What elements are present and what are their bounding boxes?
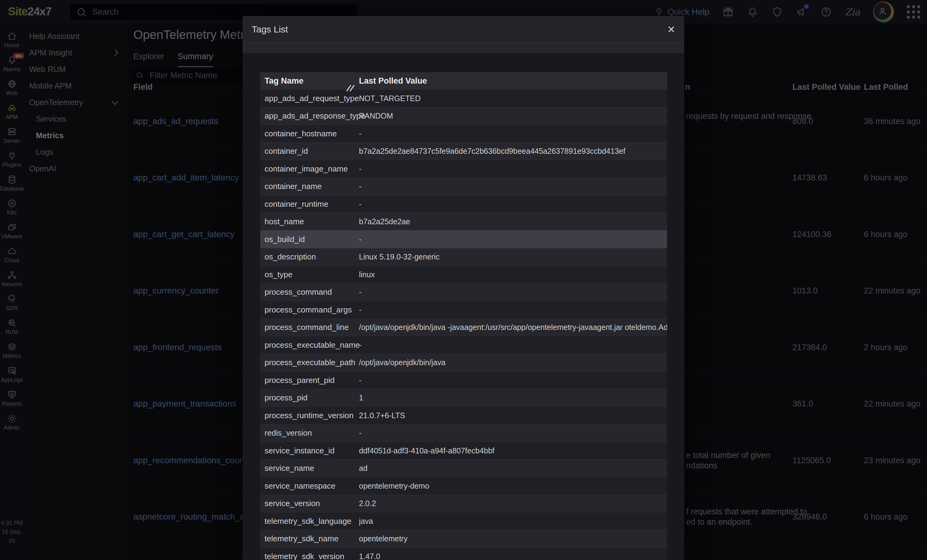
modal-toolbar-band <box>243 43 684 53</box>
tag-last-polled-value: - <box>359 429 667 437</box>
tag-row[interactable]: container_image_name - <box>260 160 667 178</box>
tag-row[interactable]: service_instance_id ddf4051d-adf3-410a-a… <box>260 442 667 460</box>
tag-row[interactable]: container_runtime - <box>260 195 667 213</box>
tag-row[interactable]: service_name ad <box>260 460 667 477</box>
tag-row[interactable]: process_executable_path /opt/java/openjd… <box>260 354 667 372</box>
tag-last-polled-value: /opt/java/openjdk/bin/java -javaagent:/u… <box>359 323 667 332</box>
tag-name: process_executable_name <box>260 340 359 350</box>
modal-header: Tags List × <box>243 16 684 43</box>
tag-last-polled-value: - <box>359 288 667 296</box>
tag-last-polled-value: b7a2a25de2ae84737c5fe9a6de7c2b636bcd9bee… <box>359 147 667 156</box>
tag-name: container_id <box>260 146 359 156</box>
tag-row[interactable]: os_description Linux 5.19.0-32-generic <box>260 248 667 266</box>
tag-row[interactable]: process_command_line /opt/java/openjdk/b… <box>260 319 667 336</box>
tag-row[interactable]: process_parent_pid - <box>260 371 667 389</box>
tag-last-polled-value: NOT_TARGETED <box>359 94 667 103</box>
tag-row[interactable]: process_command_args - <box>260 301 667 319</box>
tag-last-polled-value: 21.0.7+6-LTS <box>359 411 667 420</box>
tag-last-polled-value: opentelemetry <box>359 534 667 543</box>
tag-row[interactable]: telemetry_sdk_version 1.47.0 <box>260 548 667 560</box>
tag-name: app_ads_ad_request_type <box>260 94 359 103</box>
tag-name: process_command <box>260 287 359 297</box>
tag-row[interactable]: process_executable_name - <box>260 336 667 354</box>
col-last-polled-value[interactable]: Last Polled Value <box>359 76 667 86</box>
tag-last-polled-value: 1.47.0 <box>359 552 667 560</box>
tag-name: telemetry_sdk_version <box>260 552 359 560</box>
site24x7-app: Site24x7 Quick Help Zia <box>0 0 927 560</box>
tag-last-polled-value: - <box>359 164 667 173</box>
tag-last-polled-value: - <box>359 182 667 191</box>
tag-last-polled-value: 2.0.2 <box>359 499 667 508</box>
tag-name: process_executable_path <box>260 358 359 367</box>
tag-name: host_name <box>260 217 359 226</box>
tag-name: process_pid <box>260 393 359 402</box>
tag-name: os_build_id <box>260 235 359 244</box>
tags-table-header: Tag Name Last Polled Value <box>260 72 667 90</box>
tag-name: redis_version <box>260 428 359 438</box>
tags-list-modal: Tags List × Tag Name Last Polled Value a… <box>243 16 684 560</box>
tag-name: os_description <box>260 252 359 262</box>
tag-last-polled-value: - <box>359 376 667 385</box>
tag-name: process_parent_pid <box>260 376 359 385</box>
column-resize-cursor <box>345 84 355 93</box>
tag-name: os_type <box>260 270 359 279</box>
tag-last-polled-value: Linux 5.19.0-32-generic <box>359 252 667 261</box>
tag-name: service_instance_id <box>260 446 359 455</box>
tag-last-polled-value: linux <box>359 270 667 279</box>
tag-last-polled-value: /opt/java/openjdk/bin/java <box>359 358 667 367</box>
tag-row[interactable]: host_name b7a2a25de2ae <box>260 213 667 231</box>
tag-last-polled-value: RANDOM <box>359 111 667 120</box>
tag-row[interactable]: telemetry_sdk_language java <box>260 512 667 530</box>
tag-name: app_ads_ad_response_type <box>260 111 359 121</box>
tag-name: telemetry_sdk_language <box>260 516 359 526</box>
tag-last-polled-value: ddf4051d-adf3-410a-a94f-a807fecb4bbf <box>359 446 667 455</box>
tag-name: process_runtime_version <box>260 411 359 420</box>
tag-name: process_command_line <box>260 323 359 332</box>
tag-row[interactable]: process_command - <box>260 283 667 301</box>
tag-row[interactable]: os_type linux <box>260 266 667 283</box>
tag-name: telemetry_sdk_name <box>260 534 359 543</box>
tag-last-polled-value: 1 <box>359 393 667 402</box>
close-icon[interactable]: × <box>667 23 675 36</box>
tag-name: container_runtime <box>260 199 359 209</box>
tag-row[interactable]: process_runtime_version 21.0.7+6-LTS <box>260 407 667 424</box>
tag-last-polled-value: java <box>359 517 667 526</box>
tag-row[interactable]: container_id b7a2a25de2ae84737c5fe9a6de7… <box>260 143 667 160</box>
tag-name: service_name <box>260 463 359 473</box>
tag-name: container_hostname <box>260 129 359 138</box>
tag-row[interactable]: container_name - <box>260 178 667 196</box>
tag-name: process_command_args <box>260 305 359 315</box>
tag-row[interactable]: telemetry_sdk_name opentelemetry <box>260 530 667 548</box>
tag-name: container_name <box>260 182 359 191</box>
tag-last-polled-value: - <box>359 235 667 244</box>
tag-last-polled-value: ad <box>359 464 667 473</box>
tag-row[interactable]: os_build_id - <box>260 231 667 248</box>
tag-row[interactable]: service_namespace opentelemetry-demo <box>260 477 667 495</box>
col-tag-name[interactable]: Tag Name <box>260 76 359 86</box>
tag-last-polled-value: - <box>359 305 667 314</box>
tag-row[interactable]: app_ads_ad_request_type NOT_TARGETED <box>260 90 667 107</box>
tag-last-polled-value: - <box>359 341 667 349</box>
tags-table-body: app_ads_ad_request_type NOT_TARGETED app… <box>260 90 667 560</box>
tag-name: service_version <box>260 499 359 508</box>
tag-row[interactable]: process_pid 1 <box>260 389 667 407</box>
tag-row[interactable]: redis_version - <box>260 424 667 442</box>
tag-last-polled-value: - <box>359 129 667 138</box>
tag-last-polled-value: opentelemetry-demo <box>359 481 667 490</box>
tag-row[interactable]: service_version 2.0.2 <box>260 495 667 513</box>
tag-last-polled-value: b7a2a25de2ae <box>359 217 667 226</box>
tag-row[interactable]: app_ads_ad_response_type RANDOM <box>260 107 667 125</box>
tags-table: Tag Name Last Polled Value app_ads_ad_re… <box>260 72 667 560</box>
tag-name: service_namespace <box>260 481 359 491</box>
tag-name: container_image_name <box>260 164 359 174</box>
tag-last-polled-value: - <box>359 200 667 209</box>
tag-row[interactable]: container_hostname - <box>260 125 667 143</box>
modal-title: Tags List <box>252 24 288 35</box>
